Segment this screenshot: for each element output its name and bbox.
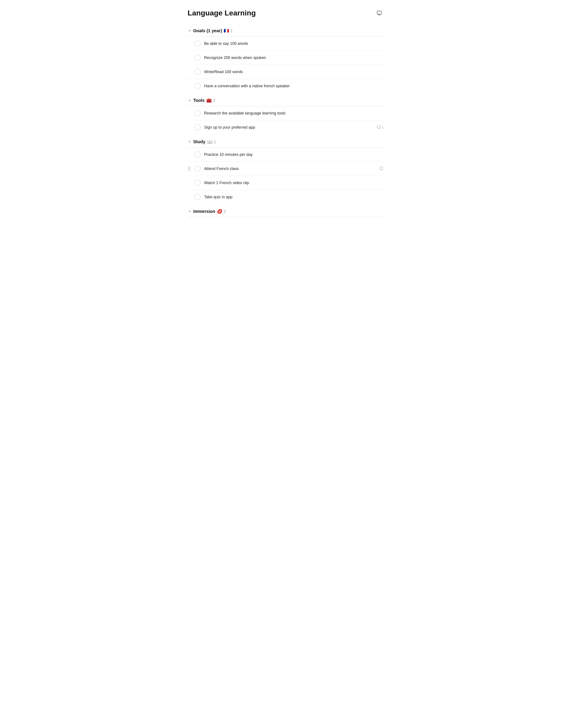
task-comment-button[interactable]: 1 (377, 125, 383, 129)
task-label: Write/Read 100 words (204, 70, 383, 74)
task-item: Watch 1 French video clip (188, 176, 383, 190)
section-colon-tools: : (214, 98, 215, 103)
task-label: Attend French class (204, 167, 375, 171)
task-item: Attend French class (188, 162, 383, 176)
section-header-goals[interactable]: Goals (1 year)🇫🇷: (188, 25, 383, 36)
chat-icon (376, 10, 382, 16)
drag-dot (190, 168, 191, 169)
task-label: Recognize 200 words when spoken (204, 56, 383, 60)
task-comment-button[interactable] (379, 167, 383, 171)
task-checkbox[interactable] (195, 40, 201, 46)
drag-dots-row (188, 170, 191, 171)
section-colon-goals: : (231, 28, 232, 33)
drag-dot (188, 168, 189, 169)
comment-icon (377, 125, 381, 129)
task-item: Write/Read 100 words (188, 65, 383, 79)
task-label: Watch 1 French video clip (204, 181, 383, 185)
chevron-down-icon (188, 29, 192, 33)
task-item: Recognize 200 words when spoken (188, 51, 383, 65)
section-header-immersion[interactable]: Immersion💋: (188, 206, 383, 217)
sections-container: Goals (1 year)🇫🇷:Be able to say 100 word… (188, 25, 383, 217)
page-title: Language Learning (188, 9, 256, 17)
section-colon-study: : (214, 139, 216, 144)
task-label: Take quiz in app (204, 195, 383, 199)
task-checkbox[interactable] (195, 83, 201, 89)
section-divider-immersion (188, 217, 383, 217)
section-header-study[interactable]: Study📖: (188, 136, 383, 147)
comment-count: 1 (382, 126, 383, 129)
section-study: Study📖:Practice 10 minutes per day Atten… (188, 136, 383, 204)
section-title-goals: Goals (1 year) (193, 28, 222, 33)
drag-dots-row (188, 168, 191, 169)
task-item: Practice 10 minutes per day (188, 147, 383, 162)
chevron-down-icon (188, 209, 192, 213)
task-list-tools: Research the available language learning… (188, 106, 383, 134)
svg-rect-2 (380, 167, 383, 170)
page-header: Language Learning (188, 9, 383, 17)
section-colon-immersion: : (224, 209, 226, 214)
section-tools: Tools🧰:Research the available language l… (188, 95, 383, 134)
task-item: Take quiz in app (188, 190, 383, 204)
drag-dots-row (188, 167, 191, 168)
section-emoji-goals: 🇫🇷 (224, 28, 229, 33)
task-label: Sign up to your preferred app (204, 125, 373, 130)
drag-dot (190, 170, 191, 171)
task-item: Have a conversation with a native french… (188, 79, 383, 93)
task-checkbox[interactable] (195, 194, 201, 200)
section-title-immersion: Immersion (193, 209, 215, 214)
task-label: Have a conversation with a native french… (204, 84, 383, 88)
section-emoji-tools: 🧰 (206, 98, 212, 103)
task-checkbox[interactable] (195, 166, 201, 172)
task-item: Be able to say 100 words (188, 36, 383, 51)
task-checkbox[interactable] (195, 180, 201, 186)
section-emoji-immersion: 💋 (217, 209, 222, 214)
section-title-tools: Tools (193, 98, 205, 103)
task-checkbox[interactable] (195, 124, 201, 130)
section-goals: Goals (1 year)🇫🇷:Be able to say 100 word… (188, 25, 383, 93)
chevron-down-icon (188, 140, 192, 144)
drag-dot (188, 170, 189, 171)
section-immersion: Immersion💋: (188, 206, 383, 217)
task-label: Be able to say 100 words (204, 41, 383, 46)
task-label: Practice 10 minutes per day (204, 152, 383, 157)
comment-icon (379, 167, 383, 171)
chevron-down-icon (188, 98, 192, 102)
task-item: Sign up to your preferred app 1 (188, 120, 383, 134)
section-emoji-study: 📖 (207, 139, 213, 144)
drag-handle[interactable] (188, 166, 191, 172)
task-label: Research the available language learning… (204, 111, 383, 116)
task-checkbox[interactable] (195, 55, 201, 61)
task-checkbox[interactable] (195, 69, 201, 75)
task-item: Research the available language learning… (188, 106, 383, 120)
section-header-tools[interactable]: Tools🧰: (188, 95, 383, 106)
task-checkbox[interactable] (195, 110, 201, 116)
drag-dot (190, 167, 191, 168)
drag-dot (188, 167, 189, 168)
task-list-goals: Be able to say 100 wordsRecognize 200 wo… (188, 36, 383, 93)
svg-rect-1 (377, 126, 380, 128)
task-checkbox[interactable] (195, 151, 201, 158)
chat-button[interactable] (375, 9, 383, 17)
section-title-study: Study (193, 139, 205, 144)
task-list-study: Practice 10 minutes per day Attend Frenc… (188, 147, 383, 204)
svg-rect-0 (377, 11, 381, 14)
